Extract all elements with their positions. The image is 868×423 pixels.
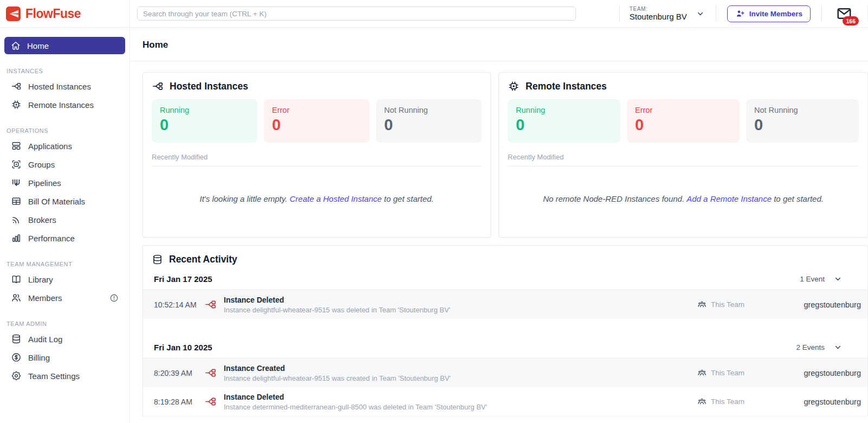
- gear-icon: [11, 370, 22, 381]
- sidebar-item-billing[interactable]: Billing: [4, 348, 125, 367]
- sidebar-item-label: Pipelines: [28, 178, 61, 188]
- notifications-button[interactable]: 166: [836, 5, 852, 22]
- stat-value: 0: [384, 116, 474, 134]
- chevron-down-icon: [696, 9, 705, 18]
- flowfuse-logo-icon: [6, 7, 21, 21]
- logo[interactable]: FlowFuse: [0, 0, 130, 27]
- broadcast-icon: [11, 214, 22, 225]
- event-scope-label: This Team: [711, 398, 744, 406]
- invite-members-button[interactable]: Invite Members: [727, 5, 811, 22]
- notification-badge: 166: [843, 16, 859, 25]
- bar-chart-icon: [11, 233, 22, 243]
- event-scope: This Team: [697, 368, 763, 377]
- hosted-card-title-text: Hosted Instances: [170, 81, 248, 92]
- divider: [716, 5, 716, 22]
- sidebar-item-library[interactable]: Library: [4, 270, 125, 289]
- home-icon: [10, 40, 21, 51]
- invite-members-label: Invite Members: [749, 10, 802, 18]
- people-icon: [697, 300, 707, 309]
- event-title: Instance Deleted: [224, 296, 688, 304]
- projects-icon: [11, 81, 22, 92]
- recent-activity-title-text: Recent Activity: [169, 254, 237, 265]
- event-scope: This Team: [697, 397, 763, 406]
- event-time: 8:20:39 AM: [154, 369, 204, 377]
- empty-text: to get started.: [382, 194, 434, 203]
- sidebar-item-label: Home: [27, 41, 49, 50]
- remote-empty-state: No remote Node-RED Instances found. Add …: [508, 166, 859, 230]
- sidebar-item-team-settings[interactable]: Team Settings: [4, 367, 125, 385]
- page-header: Home: [131, 28, 868, 61]
- sidebar-item-groups[interactable]: Groups: [4, 155, 125, 174]
- instance-event-icon: [204, 367, 217, 379]
- top-bar: FlowFuse TEAM: Stoutenburg BV Invite Mem…: [0, 0, 868, 28]
- recently-modified-label: Recently Modified: [508, 153, 859, 166]
- activity-event-row[interactable]: 8:20:39 AM Instance Created Instance del…: [143, 358, 867, 387]
- stat-label: Not Running: [384, 106, 474, 114]
- sidebar-item-applications[interactable]: Applications: [4, 137, 125, 155]
- event-scope-label: This Team: [711, 369, 744, 377]
- projects-icon: [152, 80, 164, 92]
- alert-circle-icon: [109, 293, 119, 303]
- sidebar: Home INSTANCES Hosted Instances Remote I…: [0, 28, 130, 423]
- sidebar-item-label: Groups: [28, 160, 55, 169]
- stat-not-running: Not Running 0: [746, 99, 859, 143]
- stat-value: 0: [635, 116, 731, 134]
- activity-event-count: 1 Event: [800, 275, 825, 283]
- sidebar-item-label: Applications: [28, 142, 72, 151]
- team-chevron-button[interactable]: [696, 9, 705, 18]
- chip-icon: [508, 80, 520, 92]
- event-description: Instance delightful-wheatear-9515 was cr…: [224, 374, 688, 382]
- chevron-down-icon: [833, 274, 843, 284]
- sidebar-item-label: Hosted Instances: [28, 82, 91, 91]
- activity-event-row[interactable]: 8:19:28 AM Instance Deleted Instance det…: [143, 387, 867, 416]
- collapse-group-button[interactable]: [833, 274, 843, 284]
- stat-label: Not Running: [754, 106, 851, 114]
- sidebar-item-performance[interactable]: Performance: [4, 229, 125, 247]
- activity-group-header: Fri Jan 10 2025 2 Events: [143, 334, 867, 358]
- book-icon: [11, 274, 22, 285]
- event-user: gregstoutenburg: [763, 369, 862, 377]
- recent-activity-title: Recent Activity: [143, 254, 867, 265]
- event-time: 10:52:14 AM: [154, 300, 204, 309]
- remote-instances-card: Remote Instances Running 0 Error 0 Not R…: [498, 72, 868, 238]
- recent-activity-card: Recent Activity Fri Jan 17 2025 1 Event …: [142, 245, 868, 416]
- event-scope-label: This Team: [711, 300, 744, 309]
- event-main: Instance Created Instance delightful-whe…: [224, 364, 697, 382]
- sidebar-item-home[interactable]: Home: [4, 37, 125, 54]
- stat-label: Error: [635, 106, 731, 114]
- sidebar-item-brokers[interactable]: Brokers: [4, 210, 125, 229]
- remote-card-title: Remote Instances: [508, 80, 859, 92]
- collapse-group-button[interactable]: [833, 343, 843, 352]
- applications-icon: [11, 140, 22, 151]
- hosted-stats: Running 0 Error 0 Not Running 0: [152, 99, 482, 143]
- sidebar-section-instances: INSTANCES: [7, 68, 123, 74]
- stat-value: 0: [516, 116, 612, 134]
- activity-date: Fri Jan 10 2025: [154, 343, 796, 352]
- sidebar-item-remote-instances[interactable]: Remote Instances: [4, 95, 125, 114]
- activity-date: Fri Jan 17 2025: [154, 274, 800, 284]
- sidebar-item-label: Remote Instances: [28, 100, 94, 110]
- event-title: Instance Created: [224, 364, 688, 373]
- team-selector[interactable]: TEAM: Stoutenburg BV: [630, 6, 687, 22]
- sidebar-item-pipelines[interactable]: Pipelines: [4, 174, 125, 192]
- sidebar-item-label: Team Settings: [28, 371, 80, 381]
- sidebar-section-operations: OPERATIONS: [7, 127, 123, 134]
- sidebar-item-members[interactable]: Members: [4, 289, 125, 307]
- create-hosted-instance-link[interactable]: Create a Hosted Instance: [290, 194, 382, 203]
- sidebar-item-audit-log[interactable]: Audit Log: [4, 330, 125, 348]
- add-remote-instance-link[interactable]: Add a Remote Instance: [686, 194, 772, 203]
- header-actions: TEAM: Stoutenburg BV Invite Members 166: [619, 0, 868, 27]
- people-icon: [697, 397, 707, 406]
- remote-card-title-text: Remote Instances: [526, 81, 607, 92]
- stat-label: Running: [160, 106, 249, 114]
- stat-not-running: Not Running 0: [376, 99, 482, 143]
- sidebar-item-label: Billing: [28, 353, 50, 362]
- event-user: gregstoutenburg: [763, 300, 862, 309]
- hosted-instances-card: Hosted Instances Running 0 Error 0 Not R…: [142, 72, 491, 238]
- table-icon: [11, 196, 22, 207]
- sidebar-item-bill-of-materials[interactable]: Bill Of Materials: [4, 192, 125, 210]
- empty-text: It's looking a little empty.: [200, 194, 290, 203]
- sidebar-item-hosted-instances[interactable]: Hosted Instances: [4, 77, 125, 95]
- search-input[interactable]: [137, 7, 576, 21]
- activity-event-row[interactable]: 10:52:14 AM Instance Deleted Instance de…: [143, 290, 867, 319]
